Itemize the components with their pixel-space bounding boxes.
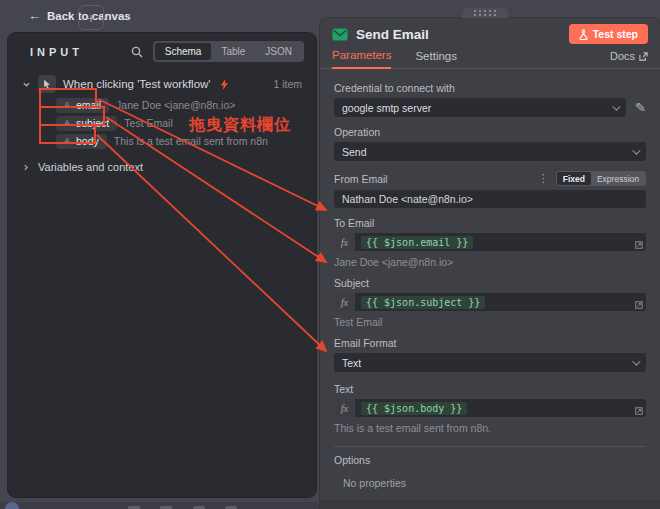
back-arrow-icon: ← [28, 8, 41, 23]
tab-settings[interactable]: Settings [415, 50, 457, 68]
text-label: Text [334, 383, 646, 395]
flask-icon [579, 29, 588, 40]
fx-icon[interactable]: fx [334, 399, 355, 417]
display-mode-tabs: Schema Table JSON [153, 41, 304, 62]
field-value: Jane Doe <jane@n8n.io> [116, 99, 235, 111]
field-row-body: A body This is a test email sent from n8… [56, 132, 302, 150]
to-email-preview: Jane Doe <jane@n8n.io> [334, 256, 646, 268]
string-type-icon: A [64, 136, 70, 146]
edit-credential-icon[interactable]: ✎ [635, 100, 646, 115]
field-name: body [76, 135, 99, 147]
tab-table[interactable]: Table [211, 43, 255, 60]
text-preview: This is a test email sent from n8n. [334, 422, 646, 434]
email-format-select[interactable]: Text [334, 353, 646, 372]
options-label: Options [334, 454, 646, 466]
add-node-button[interactable]: + [78, 5, 104, 30]
email-format-label: Email Format [334, 337, 646, 349]
fixed-expression-toggle: Fixed Expression [556, 171, 646, 186]
canvas-bottom-toolbar [0, 502, 320, 509]
chevron-down-icon [632, 146, 640, 154]
chevron-down-icon [632, 357, 640, 365]
input-panel: INPUT Schema Table JSON When clicking 'T… [8, 33, 316, 497]
from-email-value: Nathan Doe <nate@n8n.io> [342, 193, 473, 205]
string-type-icon: A [64, 118, 70, 128]
node-panel-header: Send Email Test step [320, 18, 660, 46]
credential-label: Credential to connect with [334, 82, 646, 94]
options-empty-text: No properties [343, 477, 646, 489]
from-email-input[interactable]: Nathan Doe <nate@n8n.io> [334, 190, 646, 208]
docs-link[interactable]: Docs [610, 50, 648, 68]
field-list: A email Jane Doe <jane@n8n.io> A subject… [56, 96, 302, 150]
node-panel-footer [320, 500, 660, 509]
parameter-options-icon[interactable]: ⋮ [538, 172, 549, 185]
text-expression: {{ $json.body }} [361, 402, 467, 415]
field-value: This is a test email sent from n8n [114, 135, 268, 147]
operation-value: Send [342, 146, 367, 158]
from-email-label: From Email [334, 173, 388, 185]
subject-expression-input[interactable]: {{ $json.subject }} [355, 293, 646, 311]
to-email-label: To Email [334, 217, 646, 229]
expand-expression-icon[interactable] [635, 407, 643, 415]
field-row-email: A email Jane Doe <jane@n8n.io> [56, 96, 302, 114]
node-title: Send Email [356, 27, 429, 42]
subject-label: Subject [334, 277, 646, 289]
field-pill-email[interactable]: A email [56, 98, 109, 113]
input-panel-title: INPUT [30, 46, 83, 58]
to-email-expression: {{ $json.email }} [361, 236, 473, 249]
operation-select[interactable]: Send [334, 142, 646, 161]
subject-expression-row: fx {{ $json.subject }} [334, 293, 646, 311]
credential-select[interactable]: google smtp server [334, 98, 626, 117]
variables-and-context-row[interactable]: Variables and context [22, 159, 302, 175]
fx-icon[interactable]: fx [334, 293, 355, 311]
text-expression-row: fx {{ $json.body }} [334, 399, 646, 417]
expand-expression-icon[interactable] [635, 301, 643, 309]
field-row-subject: A subject Test Email [56, 114, 302, 132]
manual-trigger-icon [38, 75, 56, 93]
chevron-down-icon [612, 102, 620, 110]
schema-tree: When clicking 'Test workflow' 1 item A e… [8, 68, 316, 175]
tab-json[interactable]: JSON [255, 43, 302, 60]
canvas-bottom-avatar [5, 502, 19, 509]
toggle-expression[interactable]: Expression [591, 172, 645, 185]
chevron-down-icon[interactable] [22, 80, 31, 89]
trigger-node-row[interactable]: When clicking 'Test workflow' 1 item [22, 74, 302, 94]
tab-parameters[interactable]: Parameters [332, 49, 391, 69]
plus-icon: + [87, 10, 95, 26]
input-panel-header: INPUT Schema Table JSON [8, 33, 316, 68]
subject-expression: {{ $json.subject }} [361, 296, 485, 309]
email-node-icon [332, 28, 348, 41]
field-name: subject [76, 117, 109, 129]
docs-label: Docs [610, 50, 635, 62]
field-value: Test Email [124, 117, 172, 129]
item-count: 1 item [273, 78, 302, 90]
credential-value: google smtp server [342, 102, 431, 114]
variables-label: Variables and context [38, 161, 143, 173]
subject-preview: Test Email [334, 316, 646, 328]
email-format-value: Text [342, 357, 361, 369]
text-expression-input[interactable]: {{ $json.body }} [355, 399, 646, 417]
field-pill-body[interactable]: A body [56, 134, 107, 149]
external-link-icon [639, 52, 648, 61]
string-type-icon: A [64, 100, 70, 110]
panel-drag-handle[interactable] [462, 8, 508, 18]
toggle-fixed[interactable]: Fixed [557, 172, 591, 185]
operation-label: Operation [334, 126, 646, 138]
search-icon[interactable] [131, 46, 143, 58]
test-step-button[interactable]: Test step [569, 24, 648, 44]
field-name: email [76, 99, 101, 111]
fx-icon[interactable]: fx [334, 233, 355, 251]
node-panel-tabs: Parameters Settings Docs [320, 46, 660, 69]
trigger-node-label: When clicking 'Test workflow' [63, 78, 211, 90]
chevron-right-icon [22, 163, 30, 172]
field-pill-subject[interactable]: A subject [56, 116, 117, 131]
parameters-form: Credential to connect with google smtp s… [320, 69, 660, 509]
test-step-label: Test step [593, 28, 638, 40]
expand-expression-icon[interactable] [635, 241, 643, 249]
tab-schema[interactable]: Schema [155, 43, 212, 60]
node-detail-panel: Send Email Test step Parameters Settings… [320, 18, 660, 509]
lightning-icon [220, 79, 229, 90]
to-email-expression-row: fx {{ $json.email }} [334, 233, 646, 251]
to-email-expression-input[interactable]: {{ $json.email }} [355, 233, 646, 251]
